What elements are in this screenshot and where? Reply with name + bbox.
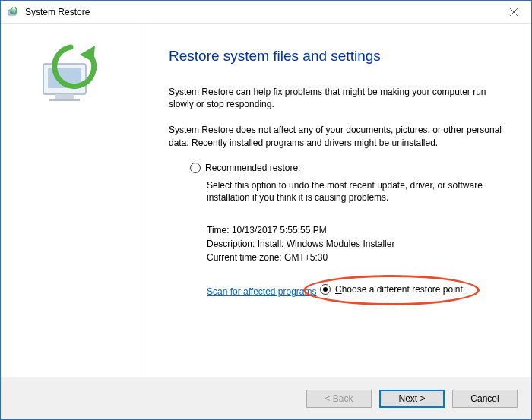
back-button: < Back	[306, 390, 372, 408]
titlebar: System Restore	[1, 1, 531, 24]
svg-rect-7	[55, 94, 74, 99]
svg-rect-2	[11, 15, 14, 16]
system-restore-icon	[7, 6, 19, 18]
system-restore-large-icon	[33, 43, 109, 111]
intro-para-2: System Restore does not affect any of yo…	[169, 124, 507, 148]
scan-affected-link[interactable]: Scan for affected programs	[207, 286, 317, 297]
radio-icon	[320, 284, 331, 295]
recommended-restore-label: Recommended restore:	[205, 163, 300, 173]
window-frame: System Restore Restore system f	[0, 0, 532, 420]
close-button[interactable]	[496, 1, 531, 24]
main-content: Restore system files and settings System…	[141, 24, 531, 377]
restore-options: Recommended restore: Select this option …	[190, 163, 507, 298]
restore-time: Time: 10/13/2017 5:55:55 PM	[207, 225, 507, 235]
intro-para-1: System Restore can help fix problems tha…	[169, 86, 507, 110]
choose-different-label: Choose a different restore point	[335, 284, 463, 295]
page-title: Restore system files and settings	[169, 48, 507, 65]
svg-rect-8	[49, 99, 80, 101]
sidebar	[1, 24, 141, 377]
body-area: Restore system files and settings System…	[1, 24, 531, 377]
cancel-button[interactable]: Cancel	[452, 390, 518, 408]
recommended-restore-radio[interactable]: Recommended restore:	[190, 163, 507, 173]
button-bar: < Back Next > Cancel	[1, 377, 531, 419]
next-button[interactable]: Next >	[379, 390, 445, 408]
restore-description: Description: Install: Windows Modules In…	[207, 238, 507, 249]
choose-different-radio[interactable]: Choose a different restore point	[320, 284, 463, 295]
recommended-restore-desc: Select this option to undo the most rece…	[207, 179, 507, 204]
restore-timezone: Current time zone: GMT+5:30	[207, 252, 507, 263]
window-title: System Restore	[25, 7, 496, 17]
radio-icon	[190, 163, 201, 173]
close-icon	[510, 8, 518, 16]
